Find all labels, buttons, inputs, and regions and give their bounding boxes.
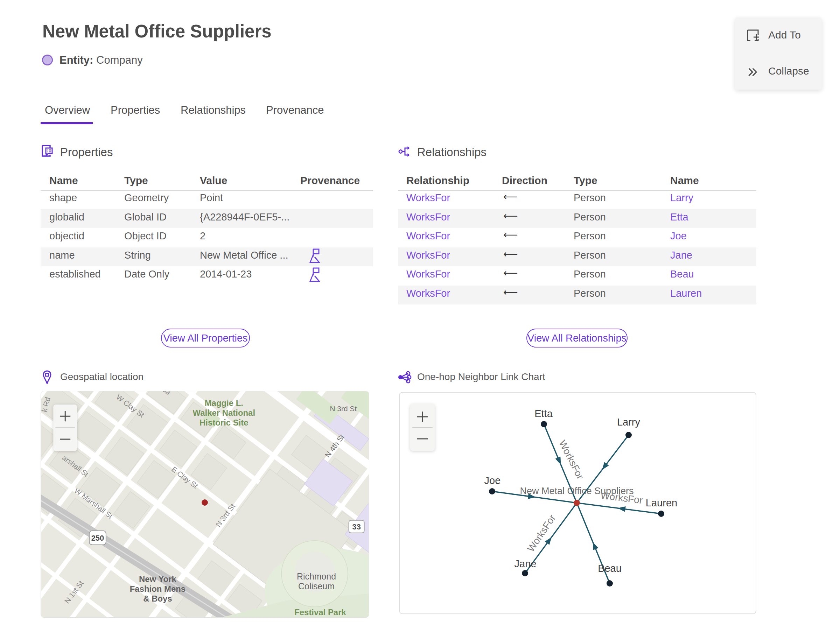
- svg-text:& Boys: & Boys: [143, 594, 172, 603]
- svg-text:Walker National: Walker National: [193, 408, 255, 418]
- svg-text:WorksFor: WorksFor: [557, 439, 585, 481]
- svg-text:250: 250: [91, 534, 104, 542]
- svg-text:Jane: Jane: [514, 558, 536, 569]
- svg-text:Historic Site: Historic Site: [199, 418, 248, 427]
- svg-text:Coliseum: Coliseum: [298, 581, 335, 591]
- svg-text:Lauren: Lauren: [646, 497, 677, 509]
- svg-text:Fashion Mens: Fashion Mens: [130, 584, 186, 593]
- svg-text:Richmond: Richmond: [297, 571, 336, 581]
- svg-text:N 3rd St: N 3rd St: [330, 405, 356, 413]
- svg-text:Maggie L.: Maggie L.: [205, 398, 243, 408]
- svg-text:Beau: Beau: [598, 563, 622, 574]
- svg-text:33: 33: [352, 523, 361, 531]
- svg-text:Festival Park: Festival Park: [294, 607, 346, 617]
- svg-text:WorksFor: WorksFor: [600, 490, 643, 505]
- svg-text:Etta: Etta: [535, 408, 553, 419]
- svg-text:New York: New York: [139, 574, 177, 584]
- svg-text:WorksFor: WorksFor: [525, 513, 558, 554]
- svg-text:Joe: Joe: [484, 475, 501, 486]
- svg-text:Larry: Larry: [617, 416, 641, 428]
